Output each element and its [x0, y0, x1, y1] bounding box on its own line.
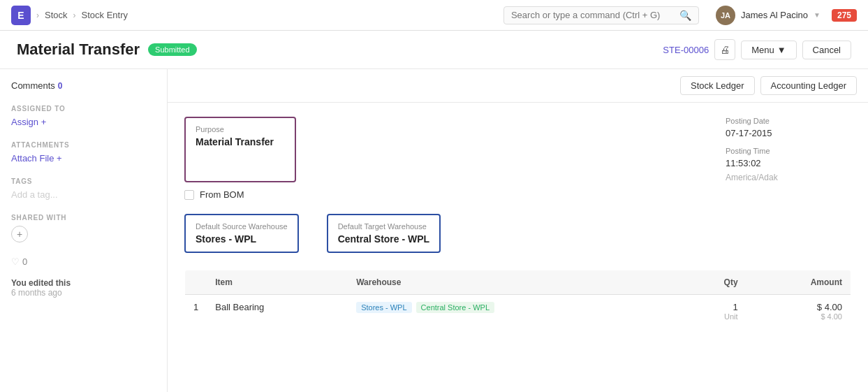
row-num: 1 — [185, 295, 207, 328]
shared-with-label: SHARED WITH — [11, 214, 156, 222]
comments-label: Comments — [11, 80, 55, 91]
sidebar-attachments-section: ATTACHMENTS Attach File + — [11, 141, 156, 164]
row-unit: Unit — [689, 312, 737, 321]
col-amount: Amount — [746, 270, 851, 295]
breadcrumb-chevron-1: › — [36, 10, 39, 20]
target-wh-tag[interactable]: Central Store - WPL — [416, 302, 494, 313]
assign-button[interactable]: Assign + — [11, 117, 46, 127]
like-count: 0 — [22, 256, 27, 267]
sidebar-comments-section: Comments 0 — [11, 80, 156, 91]
stock-ledger-button[interactable]: Stock Ledger — [680, 76, 755, 95]
breadcrumb-stock[interactable]: Stock — [45, 10, 68, 20]
assigned-to-label: ASSIGNED TO — [11, 105, 156, 112]
shared-add-button[interactable]: + — [11, 226, 28, 242]
menu-chevron-icon: ▼ — [777, 45, 786, 55]
comments-count[interactable]: 0 — [58, 81, 63, 91]
menu-button[interactable]: Menu ▼ — [741, 41, 796, 59]
from-bom-row: From BOM — [184, 189, 851, 200]
status-badge: Submitted — [148, 43, 197, 56]
header-actions: STE-00006 🖨 Menu ▼ Cancel — [663, 39, 851, 60]
form-body: Purpose Material Transfer Posting Date 0… — [168, 103, 868, 342]
col-warehouse: Warehouse — [348, 270, 680, 295]
source-warehouse-label: Default Source Warehouse — [196, 222, 288, 231]
document-id: STE-00006 — [663, 45, 709, 55]
timezone-label: America/Adak — [726, 173, 851, 182]
notification-badge[interactable]: 275 — [832, 9, 857, 22]
attachments-label: ATTACHMENTS — [11, 141, 156, 149]
sidebar-shared-section: SHARED WITH + — [11, 214, 156, 242]
items-table: Item Warehouse Qty Amount 1 Ball Bearing… — [184, 270, 851, 328]
username: James Al Pacino — [741, 10, 808, 20]
user-menu[interactable]: JA James Al Pacino ▼ — [716, 6, 821, 25]
like-row: ♡ 0 — [11, 256, 156, 267]
page-header: Material Transfer Submitted STE-00006 🖨 … — [0, 31, 868, 69]
source-warehouse-value: Stores - WPL — [196, 233, 288, 245]
content-area: Stock Ledger Accounting Ledger Purpose M… — [168, 69, 868, 392]
user-chevron-icon: ▼ — [814, 11, 821, 19]
sidebar-edit-info: You edited this 6 months ago — [11, 278, 156, 298]
sidebar-assigned-section: ASSIGNED TO Assign + — [11, 105, 156, 127]
posting-date-label: Posting Date — [726, 117, 851, 125]
posting-time-label: Posting Time — [726, 147, 851, 155]
search-input[interactable] — [511, 10, 675, 20]
search-icon: 🔍 — [679, 10, 691, 21]
edited-by: You edited this — [11, 278, 71, 288]
avatar: JA — [716, 6, 735, 25]
posting-time-value: 11:53:02 — [726, 158, 851, 168]
tags-label: TAGS — [11, 177, 156, 185]
app-logo[interactable]: E — [11, 6, 31, 25]
sidebar: Comments 0 ASSIGNED TO Assign + ATTACHME… — [0, 69, 168, 392]
source-warehouse-field-box: Default Source Warehouse Stores - WPL — [184, 214, 299, 253]
heart-icon[interactable]: ♡ — [11, 256, 20, 267]
table-row: 1 Ball Bearing Stores - WPL Central Stor… — [185, 295, 851, 328]
from-bom-checkbox[interactable] — [184, 190, 194, 200]
edited-time: 6 months ago — [11, 288, 156, 298]
purpose-field-box: Purpose Material Transfer — [184, 117, 296, 182]
warehouse-row: Default Source Warehouse Stores - WPL De… — [184, 214, 851, 253]
page-title: Material Transfer — [17, 41, 140, 59]
target-warehouse-label: Default Target Warehouse — [338, 222, 429, 231]
cancel-button[interactable]: Cancel — [802, 41, 851, 59]
menu-label: Menu — [751, 45, 774, 55]
posting-date-field: Posting Date 07-17-2015 — [726, 117, 851, 138]
target-warehouse-field-box: Default Target Warehouse Central Store -… — [327, 214, 441, 253]
search-bar[interactable]: 🔍 — [503, 6, 699, 24]
row-amount: $ 4.00 $ 4.00 — [746, 295, 851, 328]
attach-file-button[interactable]: Attach File + — [11, 153, 62, 164]
posting-time-field: Posting Time 11:53:02 America/Adak — [726, 147, 851, 182]
breadcrumb-stock-entry[interactable]: Stock Entry — [82, 10, 128, 20]
row-item: Ball Bearing — [207, 295, 348, 328]
topnav: E › Stock › Stock Entry 🔍 JA James Al Pa… — [0, 0, 868, 31]
purpose-value: Material Transfer — [196, 136, 285, 147]
from-bom-label: From BOM — [200, 189, 244, 200]
breadcrumb-chevron-2: › — [73, 10, 76, 20]
col-item: Item — [207, 270, 348, 295]
source-wh-tag[interactable]: Stores - WPL — [356, 302, 411, 313]
add-tag-input[interactable]: Add a tag... — [11, 189, 58, 200]
print-button[interactable]: 🖨 — [714, 39, 735, 60]
main-layout: Comments 0 ASSIGNED TO Assign + ATTACHME… — [0, 69, 868, 392]
row-qty: 1 Unit — [680, 295, 746, 328]
purpose-label: Purpose — [196, 125, 285, 133]
col-qty: Qty — [680, 270, 746, 295]
col-num — [185, 270, 207, 295]
purpose-date-row: Purpose Material Transfer Posting Date 0… — [184, 117, 851, 182]
row-warehouse: Stores - WPL Central Store - WPL — [348, 295, 680, 328]
accounting-ledger-button[interactable]: Accounting Ledger — [760, 76, 857, 95]
target-warehouse-value: Central Store - WPL — [338, 233, 429, 245]
row-amount-sub: $ 4.00 — [755, 312, 842, 321]
posting-date-value: 07-17-2015 — [726, 128, 851, 138]
sidebar-tags-section: TAGS Add a tag... — [11, 177, 156, 200]
content-toolbar: Stock Ledger Accounting Ledger — [168, 69, 868, 103]
